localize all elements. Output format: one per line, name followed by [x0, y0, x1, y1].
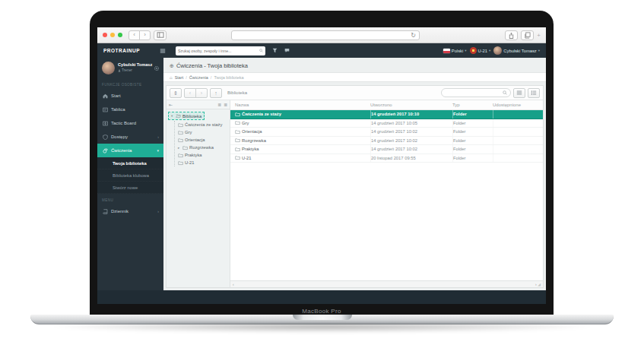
tree-node-label: Orientacja	[185, 138, 205, 142]
main-content: ⊕ Ćwiczenia - Twoja biblioteka ⌂ Start /…	[163, 58, 546, 290]
row-shared	[493, 145, 543, 154]
table-row[interactable]: Rozgrzewka 14 grudzień 2017 10:02 Folder	[230, 137, 543, 146]
tree-node[interactable]: Orientacja	[178, 136, 228, 144]
horizontal-scrollbar[interactable]: ‹ › ◢	[230, 280, 543, 287]
sidebar-item-label: Tablica	[111, 107, 125, 112]
tree-node-label: Ćwiczenia ze staży	[185, 122, 222, 127]
chevron-down-icon: ▾	[489, 49, 490, 52]
tree-node[interactable]: U-21	[178, 159, 228, 166]
new-tab-button[interactable]: +	[537, 32, 541, 39]
tree-open-icon[interactable]: ▾	[171, 114, 174, 118]
row-shared	[493, 154, 543, 163]
tree-node-label: Biblioteka	[182, 114, 201, 119]
chevron-down-icon: ▾	[538, 49, 540, 52]
app-logo[interactable]: PROTRAINUP	[103, 48, 140, 53]
laptop-notch	[293, 315, 352, 320]
filter-icon[interactable]	[272, 48, 278, 53]
table-row[interactable]: Orientacja 14 grudzień 2017 10:02 Folder	[230, 128, 543, 137]
folder-icon	[178, 138, 183, 143]
table-row[interactable]: Gry 14 grudzień 2017 10:05 Folder	[230, 119, 543, 128]
minimize-window-button[interactable]	[110, 33, 115, 37]
tabs-overview-button[interactable]	[521, 30, 534, 40]
library-search-input[interactable]	[445, 90, 503, 95]
chevron-right-icon: ›	[157, 135, 159, 139]
browser-sidebar-button[interactable]	[154, 30, 167, 40]
list-view-button[interactable]	[513, 88, 525, 98]
app-body: Cybulski Tomasz Trener FUNKCJE OSOBISTE …	[97, 58, 546, 304]
gear-icon[interactable]	[154, 65, 160, 71]
folder-icon	[178, 130, 183, 135]
table-row[interactable]: U-21 20 listopad 2017 09:55 Folder	[230, 154, 543, 163]
sidebar-item-tactic-board[interactable]: Tactic Board	[97, 116, 163, 130]
global-search[interactable]	[176, 46, 265, 55]
reload-icon[interactable]: ↻	[411, 33, 416, 39]
sidebar-item-label: Ćwiczenia	[111, 148, 132, 153]
resize-grip-icon[interactable]: ◢	[538, 282, 541, 286]
tree-node-label: Rozgrzewka	[189, 145, 214, 150]
table-row[interactable]: Praktyka 14 grudzień 2017 10:02 Folder	[230, 145, 543, 154]
page-title-text: Ćwiczenia - Twoja biblioteka	[176, 62, 248, 69]
zoom-window-button[interactable]	[118, 33, 122, 37]
sidebar-item-start[interactable]: Start	[97, 89, 163, 103]
browser-forward-button[interactable]: ›	[139, 30, 151, 40]
column-header-utworzono[interactable]: Utworzono	[370, 103, 452, 107]
tree-node[interactable]: ▸ Rozgrzewka	[178, 144, 228, 151]
folder-icon	[235, 147, 240, 152]
home-icon[interactable]: ⌂	[170, 75, 173, 80]
url-field[interactable]	[235, 33, 411, 38]
scroll-left-icon[interactable]: ‹	[233, 283, 234, 286]
column-header-typ[interactable]: Typ	[452, 103, 493, 107]
table-header: Nazwa Utworzono Typ Udostępnione	[230, 100, 543, 110]
tree-root-biblioteka[interactable]: ▾ Biblioteka	[168, 112, 205, 120]
poland-flag-icon	[443, 49, 450, 53]
collapse-panel-icon[interactable]: ⇤	[169, 103, 173, 107]
tree-node-label: U-21	[185, 160, 195, 165]
app-topbar: PROTRAINUP Polski ▾ U-21	[97, 43, 546, 58]
team-selector[interactable]: U-21 ▾	[470, 47, 491, 54]
tree-closed-icon[interactable]: ▸	[178, 146, 181, 150]
sidebar-item-cwiczenia[interactable]: Ćwiczenia ▾	[97, 144, 163, 157]
row-type: Folder	[452, 119, 493, 128]
tree-node[interactable]: Ćwiczenia ze staży	[178, 121, 228, 128]
nav-back-button[interactable]: ‹	[184, 88, 196, 98]
column-header-udostepnione[interactable]: Udostępnione	[493, 103, 543, 107]
browser-back-button[interactable]: ‹	[128, 30, 140, 40]
collapse-all-icon[interactable]: ≣	[224, 103, 227, 107]
sidebar-user-card[interactable]: Cybulski Tomasz Trener	[97, 58, 163, 78]
address-bar[interactable]: ↻	[231, 30, 420, 40]
sidebar-item-dostepy[interactable]: Dostępy ›	[97, 130, 163, 144]
share-button[interactable]	[505, 30, 518, 40]
table-row[interactable]: Ćwiczenia ze staży 14 grudzień 2017 10:1…	[230, 110, 543, 119]
folder-icon	[235, 155, 240, 160]
up-level-button[interactable]: ↑	[210, 88, 222, 98]
expand-all-icon[interactable]: ≣	[217, 103, 221, 107]
folder-tree-panel: ⇤ ≣ ≣ ▾	[167, 100, 230, 287]
user-menu[interactable]: Cybulski Tomasz ▾	[493, 46, 540, 55]
breadcrumb-current: Twoja biblioteka	[214, 75, 243, 80]
nav-forward-button[interactable]: ›	[195, 88, 208, 98]
toggle-tree-button[interactable]: ⇕	[170, 88, 182, 98]
chat-icon[interactable]	[284, 48, 290, 53]
sidebar-subitem-biblioteka-klubowa[interactable]: Biblioteka klubowa	[97, 169, 163, 182]
tree-node[interactable]: Gry	[178, 128, 228, 136]
sidebar-section-personal: FUNKCJE OSOBISTE	[97, 78, 163, 89]
sidebar-subitem-stworz-nowe[interactable]: Stwórz nowe	[97, 182, 163, 194]
breadcrumb-start[interactable]: Start	[175, 75, 184, 80]
chevron-right-icon: ›	[157, 209, 159, 214]
scroll-right-icon[interactable]: ›	[535, 282, 537, 286]
library-search[interactable]	[441, 88, 511, 97]
column-header-nazwa[interactable]: Nazwa	[230, 103, 370, 107]
sidebar-item-dziennik[interactable]: Dziennik ›	[97, 204, 163, 218]
row-name: Gry	[242, 121, 249, 125]
language-selector[interactable]: Polski ▾	[443, 49, 467, 53]
hamburger-menu-icon[interactable]	[160, 48, 166, 54]
row-shared	[493, 137, 543, 145]
close-window-button[interactable]	[103, 33, 107, 37]
sidebar-item-tablica[interactable]: Tablica	[97, 103, 163, 116]
macbook-label: MacBook Pro	[90, 308, 554, 315]
tree-node[interactable]: Praktyka	[178, 151, 228, 159]
sidebar-subitem-twoja-biblioteka[interactable]: Twoja biblioteka	[97, 157, 163, 169]
detail-view-button[interactable]	[528, 88, 540, 98]
breadcrumb-cwiczenia[interactable]: Ćwiczenia	[189, 75, 208, 80]
global-search-input[interactable]	[178, 49, 259, 53]
